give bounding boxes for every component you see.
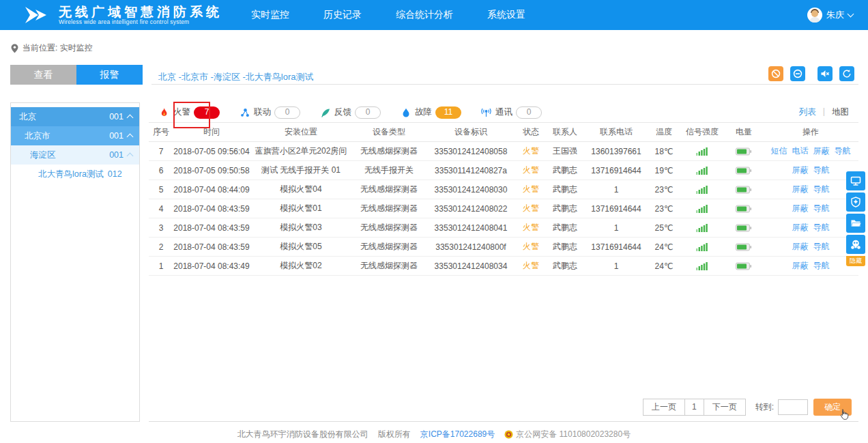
column-header: 联系人 <box>546 126 584 138</box>
ban-icon[interactable] <box>768 66 783 81</box>
view-toggle: 列表 | 地图 <box>799 106 849 118</box>
action-block[interactable]: 屏蔽 <box>792 184 809 195</box>
prev-page-button[interactable]: 上一页 <box>643 399 685 416</box>
cell-device-type: 无线感烟探测器 <box>352 241 426 253</box>
region-tree-sidebar: 北京 001 北京市 001 海淀区 001 北大青鸟lora测试 012 <box>10 102 140 422</box>
next-page-button[interactable]: 下一页 <box>704 399 746 416</box>
cell-seq: 1 <box>149 261 173 271</box>
footer-icp-link[interactable]: 京ICP备17022689号 <box>420 429 495 440</box>
cell-device-id: 3353012412408022 <box>426 204 516 214</box>
location-pin-icon <box>11 44 18 53</box>
shield-gear-icon[interactable] <box>846 192 865 212</box>
action-navigate[interactable]: 导航 <box>813 203 830 214</box>
cell-location: 模拟火警03 <box>250 222 352 233</box>
filter-button[interactable]: 联动 0 <box>239 106 300 119</box>
sidebar-tree-item[interactable]: 北京市 001 <box>11 126 139 145</box>
footer-police-link[interactable]: 京公网安备 11010802023280号 <box>504 429 631 440</box>
cell-status: 火警 <box>516 145 546 157</box>
action-block[interactable]: 屏蔽 <box>792 222 809 233</box>
battery-icon <box>725 262 763 270</box>
cell-device-id: 335301241240800f <box>426 242 516 252</box>
tab-alarm[interactable]: 报警 <box>76 65 143 85</box>
action-block[interactable]: 屏蔽 <box>792 203 809 214</box>
filter-count-badge: 7 <box>194 106 220 119</box>
action-call[interactable]: 电话 <box>792 145 809 157</box>
cell-location: 模拟火警02 <box>250 260 352 272</box>
fault-icon <box>400 107 411 118</box>
footer-company: 北大青鸟环宇消防设备股份有限公司 <box>237 429 368 440</box>
action-navigate[interactable]: 导航 <box>835 145 851 157</box>
cell-device-id: 3353012412408030 <box>426 185 516 195</box>
cell-contact: 王国强 <box>546 145 584 157</box>
cell-actions: 屏蔽导航 <box>763 184 858 195</box>
sidebar-tree-item[interactable]: 北京 001 <box>11 107 139 126</box>
action-block[interactable]: 屏蔽 <box>792 260 809 272</box>
user-menu[interactable]: 朱庆 <box>807 8 853 23</box>
cell-contact: 武鹏志 <box>546 222 584 233</box>
cell-temp: 19℃ <box>648 166 680 175</box>
tree-item-count: 001 <box>109 150 124 160</box>
hide-panel-button[interactable]: 隐藏 <box>846 256 865 266</box>
folder-icon[interactable] <box>846 214 865 233</box>
monitor-icon[interactable] <box>846 171 865 190</box>
action-navigate[interactable]: 导航 <box>813 241 830 253</box>
column-header: 设备标识 <box>426 126 516 138</box>
chevron-up-icon <box>127 134 134 141</box>
action-sms[interactable]: 短信 <box>771 145 787 157</box>
action-navigate[interactable]: 导航 <box>813 165 830 176</box>
action-block[interactable]: 屏蔽 <box>792 165 809 176</box>
sidebar-tree-item[interactable]: 北大青鸟lora测试 012 <box>11 165 139 184</box>
column-header: 温度 <box>648 126 680 138</box>
action-navigate[interactable]: 导航 <box>813 184 830 195</box>
cell-phone: 1 <box>584 261 648 271</box>
nav-item-1[interactable]: 实时监控 <box>251 9 289 21</box>
cell-device-type: 无线手报开关 <box>352 165 426 176</box>
table-row: 4 2018-07-04 08:43:59 模拟火警01 无线感烟探测器 335… <box>149 199 858 218</box>
cell-seq: 5 <box>149 185 173 195</box>
signal-strength-icon <box>680 261 725 270</box>
cell-temp: 24℃ <box>648 261 680 271</box>
minus-circle-icon[interactable] <box>790 66 805 81</box>
filter-count-badge: 0 <box>516 106 542 119</box>
cell-actions: 屏蔽导航 <box>763 241 858 253</box>
tab-underline <box>151 84 858 85</box>
nav-item-4[interactable]: 系统设置 <box>487 9 525 21</box>
action-block[interactable]: 屏蔽 <box>813 145 830 157</box>
action-navigate[interactable]: 导航 <box>813 260 830 272</box>
feedback-icon <box>319 107 331 118</box>
signal-strength-icon <box>680 242 725 251</box>
tab-view[interactable]: 查看 <box>10 65 76 85</box>
cell-contact: 武鹏志 <box>546 203 584 214</box>
cell-status: 火警 <box>516 165 546 176</box>
view-toggle-list[interactable]: 列表 <box>799 106 816 118</box>
filter-button[interactable]: 故障 11 <box>400 106 461 119</box>
filter-button[interactable]: 通讯 0 <box>480 106 542 119</box>
filter-button[interactable]: 反馈 0 <box>319 106 381 119</box>
battery-icon <box>725 167 763 175</box>
cell-device-type: 无线感烟探测器 <box>352 184 426 195</box>
goto-page-input[interactable] <box>778 399 808 415</box>
cell-seq: 2 <box>149 242 173 252</box>
action-block[interactable]: 屏蔽 <box>792 241 809 253</box>
page-number[interactable]: 1 <box>684 399 704 416</box>
action-navigate[interactable]: 导航 <box>813 222 830 233</box>
nav-item-3[interactable]: 综合统计分析 <box>396 9 453 21</box>
cell-temp: 23℃ <box>648 185 680 195</box>
tree-item-label: 北京 <box>19 111 36 123</box>
cell-device-id: 3353012412408034 <box>426 261 516 271</box>
refresh-icon[interactable] <box>839 66 854 81</box>
filter-button[interactable]: 火警 7 <box>158 106 220 119</box>
cell-device-type: 无线感烟探测器 <box>352 145 426 157</box>
nav-item-2[interactable]: 历史记录 <box>323 9 362 21</box>
view-toggle-map[interactable]: 地图 <box>832 106 849 118</box>
signal-strength-icon <box>680 166 725 175</box>
confirm-button[interactable]: 确定 <box>813 399 852 416</box>
gas-mask-icon[interactable] <box>846 235 865 254</box>
chevron-up-icon <box>127 153 134 160</box>
column-header: 安装位置 <box>250 126 352 138</box>
cell-location: 测试 无线手报开关 01 <box>250 165 352 176</box>
cell-location: 蓝旗营小区2单元202房间 <box>250 145 352 157</box>
mute-icon[interactable] <box>818 66 833 81</box>
cell-device-type: 无线感烟探测器 <box>352 203 426 214</box>
sidebar-tree-item[interactable]: 海淀区 001 <box>11 145 139 165</box>
